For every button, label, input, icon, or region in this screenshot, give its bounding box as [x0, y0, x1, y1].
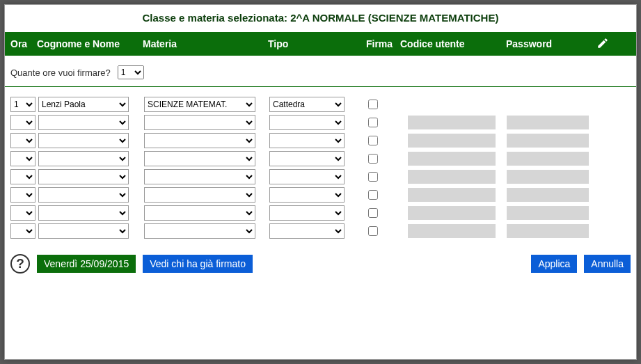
- page-title: Classe e materia selezionata: 2^A NORMAL…: [5, 5, 636, 32]
- password-input[interactable]: [507, 134, 589, 148]
- tipo-select[interactable]: [269, 133, 345, 148]
- tipo-select[interactable]: [269, 205, 345, 221]
- firma-checkbox[interactable]: [368, 136, 378, 145]
- table-row: [10, 223, 631, 239]
- rows-container: 1Lenzi PaolaSCIENZE MATEMAT.Cattedra: [5, 87, 636, 239]
- help-icon[interactable]: ?: [10, 254, 30, 274]
- header-firma: Firma: [358, 38, 400, 49]
- table-row: [10, 133, 631, 148]
- codice-input[interactable]: [408, 188, 496, 202]
- codice-input[interactable]: [408, 116, 496, 129]
- firma-checkbox[interactable]: [368, 172, 378, 182]
- form-panel: Classe e materia selezionata: 2^A NORMAL…: [4, 4, 637, 360]
- materia-select[interactable]: [144, 115, 255, 130]
- codice-input[interactable]: [408, 224, 496, 238]
- password-input[interactable]: [507, 170, 589, 184]
- table-header: Ora Cognome e Nome Materia Tipo Firma Co…: [5, 32, 636, 56]
- table-row: [10, 151, 631, 166]
- nome-select[interactable]: [38, 169, 129, 184]
- materia-select[interactable]: [144, 133, 255, 148]
- nome-select[interactable]: [38, 205, 129, 221]
- ora-select[interactable]: 1: [10, 97, 35, 112]
- firma-checkbox[interactable]: [368, 208, 378, 218]
- hours-label: Quante ore vuoi firmare?: [10, 68, 111, 78]
- materia-select[interactable]: [144, 169, 255, 184]
- codice-input[interactable]: [408, 206, 496, 220]
- ora-select[interactable]: [10, 223, 35, 239]
- table-row: [10, 115, 631, 130]
- nome-select[interactable]: [38, 115, 129, 130]
- tipo-select[interactable]: [269, 115, 345, 130]
- tipo-select[interactable]: [269, 169, 345, 184]
- header-codice: Codice utente: [400, 38, 506, 49]
- firma-checkbox[interactable]: [368, 190, 378, 200]
- firma-checkbox[interactable]: [368, 100, 378, 109]
- nome-select[interactable]: [38, 151, 129, 166]
- materia-select[interactable]: SCIENZE MATEMAT.: [144, 97, 255, 112]
- date-button[interactable]: Venerdì 25/09/2015: [37, 255, 136, 273]
- tipo-select[interactable]: [269, 187, 345, 203]
- pen-icon[interactable]: [596, 37, 609, 52]
- header-tipo: Tipo: [268, 38, 358, 49]
- view-signed-button[interactable]: Vedi chi ha già firmato: [143, 255, 253, 273]
- firma-checkbox[interactable]: [368, 118, 378, 127]
- nome-select[interactable]: [38, 133, 129, 148]
- footer: ? Venerdì 25/09/2015 Vedi chi ha già fir…: [5, 242, 636, 274]
- hours-select[interactable]: 1: [118, 65, 144, 79]
- codice-input[interactable]: [408, 152, 496, 166]
- firma-checkbox[interactable]: [368, 226, 378, 236]
- materia-select[interactable]: [144, 151, 255, 166]
- ora-select[interactable]: [10, 151, 35, 166]
- password-input[interactable]: [507, 206, 589, 220]
- password-input[interactable]: [507, 152, 589, 166]
- ora-select[interactable]: [10, 169, 35, 184]
- firma-checkbox[interactable]: [368, 154, 378, 164]
- nome-select[interactable]: [38, 223, 129, 239]
- table-row: [10, 205, 631, 221]
- nome-select[interactable]: Lenzi Paola: [38, 97, 129, 112]
- table-row: [10, 187, 631, 203]
- tipo-select[interactable]: [269, 223, 345, 239]
- password-input[interactable]: [507, 188, 589, 202]
- tipo-select[interactable]: [269, 151, 345, 166]
- codice-input[interactable]: [408, 170, 496, 184]
- nome-select[interactable]: [38, 187, 129, 203]
- ora-select[interactable]: [10, 133, 35, 148]
- ora-select[interactable]: [10, 187, 35, 203]
- password-input[interactable]: [507, 116, 589, 129]
- ora-select[interactable]: [10, 205, 35, 221]
- header-password: Password: [506, 38, 596, 49]
- materia-select[interactable]: [144, 187, 255, 203]
- hours-question-row: Quante ore vuoi firmare? 1: [5, 56, 636, 87]
- header-nome: Cognome e Nome: [37, 38, 143, 49]
- table-row: [10, 169, 631, 184]
- password-input[interactable]: [507, 224, 589, 238]
- apply-button[interactable]: Applica: [531, 255, 577, 273]
- materia-select[interactable]: [144, 205, 255, 221]
- materia-select[interactable]: [144, 223, 255, 239]
- header-ora: Ora: [10, 38, 37, 49]
- header-materia: Materia: [143, 38, 268, 49]
- cancel-button[interactable]: Annulla: [584, 255, 631, 273]
- tipo-select[interactable]: Cattedra: [269, 97, 345, 112]
- ora-select[interactable]: [10, 115, 35, 130]
- table-row: 1Lenzi PaolaSCIENZE MATEMAT.Cattedra: [10, 97, 631, 112]
- codice-input[interactable]: [408, 134, 496, 148]
